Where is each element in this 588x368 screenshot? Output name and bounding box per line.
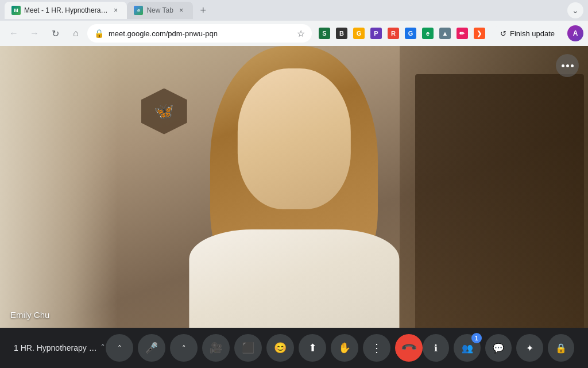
meet-favicon: M <box>11 6 21 15</box>
dot1 <box>562 64 564 67</box>
reload-button[interactable]: ↻ <box>46 24 64 43</box>
title-chevron-up[interactable]: ˄ <box>100 343 105 354</box>
meet-tab-label: Meet - 1 HR. Hypnothera… <box>24 6 107 14</box>
new-tab-label: New Tab <box>146 6 173 14</box>
ext-icon-5[interactable]: R <box>385 25 401 41</box>
video-background: 🦋 <box>0 46 588 328</box>
person-face <box>237 68 350 209</box>
ext-icon-8[interactable]: ▲ <box>437 25 453 41</box>
mic-chevron-button[interactable]: ˄ <box>106 334 133 362</box>
finish-update-icon: ↺ <box>500 29 506 38</box>
people-badge: 1 <box>471 333 482 343</box>
info-button[interactable]: ℹ <box>423 334 449 362</box>
people-button[interactable]: 👥 1 <box>454 334 480 362</box>
right-controls: ℹ 👥 1 💬 ✦ 🔒 <box>423 334 574 362</box>
meet-tab[interactable]: M Meet - 1 HR. Hypnothera… × <box>5 2 127 19</box>
controls-bar: 1 HR. Hypnotherapy … ˄ ˄ 🎤 ˄ 🎥 ⬛ 😊 ⬆ ✋ ⋮… <box>0 328 588 368</box>
url-text: meet.google.com/pdm-pnwu-pqn <box>109 29 292 38</box>
meeting-title-area: 1 HR. Hypnotherapy … ˄ <box>14 343 106 354</box>
browser-chrome: M Meet - 1 HR. Hypnothera… × e New Tab ×… <box>0 0 588 46</box>
meeting-title-text: 1 HR. Hypnotherapy … <box>14 343 97 352</box>
ext-icon-10[interactable]: ❯ <box>471 25 488 41</box>
ext-icon-6[interactable]: G <box>403 25 419 41</box>
extensions-collapse[interactable]: ⌄ <box>567 2 583 18</box>
forward-button[interactable]: → <box>25 24 44 43</box>
present-button[interactable]: ⬛ <box>234 334 262 362</box>
video-feed: 🦋 Emily Chu <box>0 46 588 328</box>
share-button[interactable]: ⬆ <box>299 334 326 362</box>
emoji-button[interactable]: 😊 <box>266 334 294 362</box>
bookmark-icon[interactable]: ☆ <box>297 28 305 39</box>
center-controls: ˄ 🎤 ˄ 🎥 ⬛ 😊 ⬆ ✋ ⋮ 📞 <box>106 334 423 362</box>
scene-curtain <box>0 46 118 328</box>
ext-pink-icon: ✏ <box>457 28 468 39</box>
camera-button[interactable]: 🎥 <box>202 334 230 362</box>
meet-tab-close[interactable]: × <box>111 6 120 15</box>
dot2 <box>566 64 569 67</box>
ext-yellow-icon: G <box>353 28 365 39</box>
ext-blue-icon: G <box>405 28 416 39</box>
ext-red-icon: R <box>388 28 399 39</box>
address-input[interactable]: 🔒 meet.google.com/pdm-pnwu-pqn ☆ <box>87 24 312 43</box>
back-button[interactable]: ← <box>5 24 23 43</box>
ext-orange-icon: ❯ <box>474 28 485 39</box>
finish-update-button[interactable]: ↺ Finish update <box>492 26 563 41</box>
ext-icon-9[interactable]: ✏ <box>454 25 470 41</box>
meet-app: 🦋 Emily Chu 1 HR. Hypnotherapy <box>0 46 588 368</box>
activities-button[interactable]: ✦ <box>516 334 543 362</box>
ext-gray-icon: ▲ <box>439 28 451 39</box>
ext-icon-7[interactable]: e <box>420 25 436 41</box>
ext-teal-icon: e <box>422 28 434 39</box>
ext-green-icon: S <box>319 28 330 39</box>
camera-chevron-button[interactable]: ˄ <box>170 334 198 362</box>
participant-name-label: Emily Chu <box>10 310 49 320</box>
ext-icon-4[interactable]: P <box>368 25 384 41</box>
person-body <box>189 229 399 328</box>
new-tab-close[interactable]: × <box>177 6 186 15</box>
dot3 <box>571 64 574 67</box>
more-controls-button[interactable]: ⋮ <box>363 334 390 362</box>
home-button[interactable]: ⌂ <box>67 24 85 43</box>
new-tab-button[interactable]: + <box>195 2 211 18</box>
toolbar-icons: S B G P R G e ▲ ✏ <box>316 25 488 41</box>
lock-icon: 🔒 <box>94 29 104 38</box>
tab-bar: M Meet - 1 HR. Hypnothera… × e New Tab ×… <box>0 0 588 21</box>
newtab-favicon: e <box>134 6 143 15</box>
mic-button[interactable]: 🎤 <box>138 334 165 362</box>
ext-dark-icon: B <box>336 28 347 39</box>
ext-icon-2[interactable]: B <box>334 25 350 41</box>
finish-update-label: Finish update <box>510 29 555 38</box>
bookshelf <box>400 46 588 328</box>
profile-avatar[interactable]: A <box>567 25 583 41</box>
end-call-icon: 📞 <box>400 339 417 356</box>
end-call-button[interactable]: 📞 <box>395 334 423 362</box>
new-tab[interactable]: e New Tab × <box>127 2 192 19</box>
more-options-button[interactable] <box>556 54 579 77</box>
ext-icon-1[interactable]: S <box>316 25 332 41</box>
chat-button[interactable]: 💬 <box>485 334 512 362</box>
address-bar-row: ← → ↻ ⌂ 🔒 meet.google.com/pdm-pnwu-pqn ☆… <box>0 21 588 46</box>
ext-purple-icon: P <box>370 28 382 39</box>
ext-icon-3[interactable]: G <box>351 25 367 41</box>
host-controls-button[interactable]: 🔒 <box>548 334 574 362</box>
raise-hand-button[interactable]: ✋ <box>331 334 358 362</box>
